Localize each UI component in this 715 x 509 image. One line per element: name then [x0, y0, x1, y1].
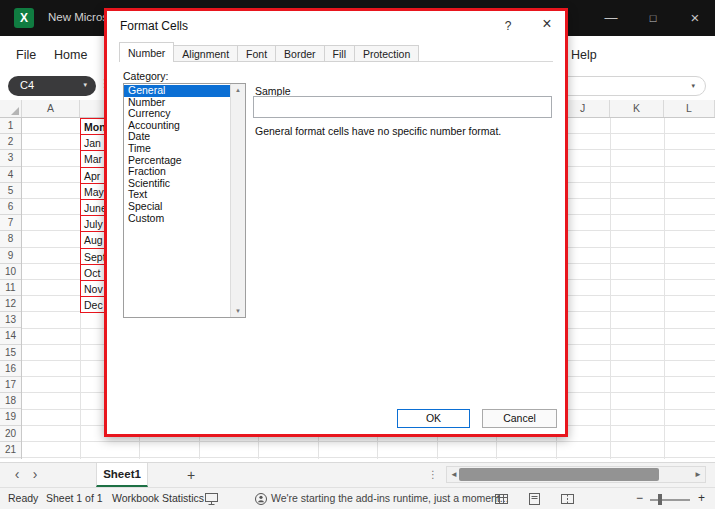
normal-view-icon[interactable] — [494, 492, 509, 508]
row-header-7[interactable]: 7 — [0, 215, 21, 231]
zoom-slider[interactable] — [650, 499, 690, 501]
excel-window: X New Microso — □ × File Home Help ▾ C4 … — [0, 0, 715, 509]
sheet-tab-bar: ‹ › Sheet1 + ⋮ ◄ ► — [0, 462, 715, 487]
ribbon-tab-help[interactable]: Help — [571, 48, 597, 62]
previous-sheet-icon[interactable]: ‹ — [8, 463, 26, 488]
category-item-general[interactable]: General — [124, 85, 230, 97]
row-headers: 123456789101112131415161718192021 — [0, 118, 22, 459]
row-header-3[interactable]: 3 — [0, 150, 21, 166]
zoom-in-button[interactable]: + — [698, 488, 705, 509]
dialog-tab-strip: NumberAlignmentFontBorderFillProtection — [119, 42, 418, 62]
dialog-title: Format Cells — [120, 19, 188, 33]
excel-app-icon: X — [14, 8, 34, 28]
page-layout-view-icon[interactable] — [527, 492, 542, 508]
dialog-tab-font[interactable]: Font — [237, 45, 276, 62]
row-header-17[interactable]: 17 — [0, 377, 21, 393]
gridline-vertical — [610, 118, 611, 459]
addins-spinner-icon — [254, 492, 268, 508]
row-header-14[interactable]: 14 — [0, 328, 21, 344]
cancel-button[interactable]: Cancel — [482, 409, 557, 428]
next-sheet-icon[interactable]: › — [26, 463, 44, 488]
zoom-out-button[interactable]: − — [636, 488, 643, 509]
row-header-13[interactable]: 13 — [0, 312, 21, 328]
ribbon-tab-home[interactable]: Home — [54, 48, 87, 62]
row-header-2[interactable]: 2 — [0, 134, 21, 150]
row-header-16[interactable]: 16 — [0, 361, 21, 377]
format-description: General format cells have no specific nu… — [255, 125, 557, 137]
add-sheet-button[interactable]: + — [182, 465, 200, 485]
category-list-items: GeneralNumberCurrencyAccountingDateTimeP… — [124, 85, 230, 317]
scroll-left-icon[interactable]: ◄ — [450, 470, 458, 479]
dialog-tab-border[interactable]: Border — [275, 45, 325, 62]
column-header-a[interactable]: A — [22, 100, 80, 117]
category-item-time[interactable]: Time — [124, 143, 230, 155]
name-box[interactable]: C4 ▾ — [8, 76, 96, 96]
row-header-5[interactable]: 5 — [0, 183, 21, 199]
scrollbar-thumb[interactable] — [459, 468, 659, 481]
page-break-preview-icon[interactable] — [560, 492, 575, 508]
row-header-4[interactable]: 4 — [0, 167, 21, 183]
sheet-count: Sheet 1 of 1 — [46, 488, 103, 509]
maximize-button[interactable]: □ — [634, 0, 672, 36]
status-ready: Ready — [8, 488, 38, 509]
row-header-8[interactable]: 8 — [0, 231, 21, 247]
dialog-close-button[interactable]: × — [535, 15, 559, 33]
close-button[interactable]: × — [676, 0, 714, 36]
category-item-special[interactable]: Special — [124, 201, 230, 213]
column-header-l[interactable]: L — [664, 100, 715, 117]
category-label: Category: — [123, 70, 169, 82]
row-header-10[interactable]: 10 — [0, 264, 21, 280]
scroll-up-icon[interactable]: ▲ — [231, 87, 245, 93]
row-header-12[interactable]: 12 — [0, 296, 21, 312]
dialog-tab-protection[interactable]: Protection — [354, 45, 419, 62]
display-settings-icon[interactable] — [204, 492, 219, 508]
row-header-11[interactable]: 11 — [0, 280, 21, 296]
dialog-tab-number[interactable]: Number — [119, 42, 174, 62]
row-header-15[interactable]: 15 — [0, 345, 21, 361]
ok-button[interactable]: OK — [397, 409, 470, 428]
row-header-18[interactable]: 18 — [0, 393, 21, 409]
addins-status-message: We're starting the add-ins runtime, just… — [271, 488, 509, 509]
row-header-9[interactable]: 9 — [0, 248, 21, 264]
chevron-down-icon[interactable]: ▾ — [691, 82, 695, 90]
workbook-statistics-button[interactable]: Workbook Statistics — [112, 488, 204, 509]
tab-options-icon[interactable]: ⋮ — [428, 463, 438, 488]
row-header-19[interactable]: 19 — [0, 409, 21, 425]
zoom-slider-thumb[interactable] — [658, 494, 662, 505]
category-item-custom[interactable]: Custom — [124, 213, 230, 225]
category-item-fraction[interactable]: Fraction — [124, 166, 230, 178]
gridline-vertical — [664, 118, 665, 459]
name-box-value: C4 — [20, 79, 34, 91]
row-header-6[interactable]: 6 — [0, 199, 21, 215]
format-cells-dialog: Format Cells ? × NumberAlignmentFontBord… — [104, 8, 568, 437]
dialog-tab-alignment[interactable]: Alignment — [173, 45, 238, 62]
chevron-down-icon[interactable]: ▾ — [83, 81, 87, 89]
sample-value-box — [253, 96, 552, 118]
minimize-button[interactable]: — — [592, 0, 630, 36]
dialog-help-button[interactable]: ? — [500, 19, 516, 33]
window-title: New Microso — [48, 11, 104, 23]
dialog-tab-fill[interactable]: Fill — [324, 45, 355, 62]
listbox-scrollbar[interactable]: ▲ ▼ — [230, 84, 245, 317]
category-listbox: GeneralNumberCurrencyAccountingDateTimeP… — [123, 83, 246, 318]
scroll-down-icon[interactable]: ▼ — [231, 308, 245, 314]
column-header-k[interactable]: K — [610, 100, 664, 117]
status-bar: Ready Sheet 1 of 1 Workbook Statistics W… — [0, 487, 715, 509]
row-header-21[interactable]: 21 — [0, 442, 21, 458]
row-header-1[interactable]: 1 — [0, 118, 21, 134]
row-header-20[interactable]: 20 — [0, 426, 21, 442]
scroll-right-icon[interactable]: ► — [694, 470, 702, 479]
ribbon-tab-file[interactable]: File — [16, 48, 36, 62]
sheet-tab-sheet1[interactable]: Sheet1 — [96, 463, 148, 487]
select-all-corner[interactable] — [0, 100, 22, 117]
